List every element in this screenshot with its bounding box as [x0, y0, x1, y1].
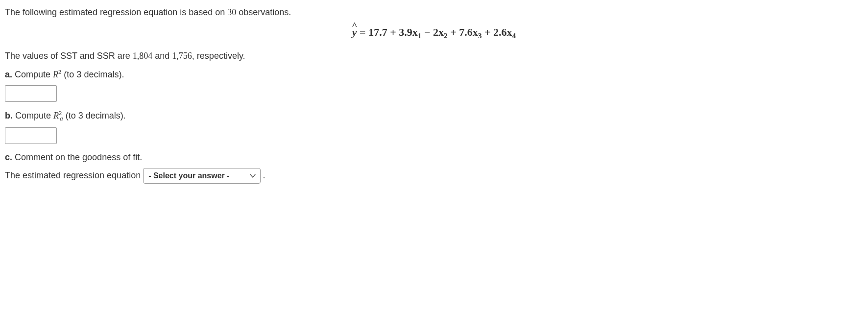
sst-part3: , respectively. — [192, 51, 245, 61]
answer-prefix: The estimated regression equation — [5, 170, 143, 180]
chevron-down-icon — [249, 172, 256, 179]
equation-lhs: y — [352, 26, 357, 38]
qc-text: Comment on the goodness of fit. — [12, 152, 142, 162]
sst-part1: The values of SST and SSR are — [5, 51, 133, 61]
intro-text: The following estimated regression equat… — [5, 6, 863, 19]
intro-part1: The following estimated regression equat… — [5, 7, 227, 17]
eq-rhs4: + 2.6x — [482, 26, 512, 38]
eq-rhs1: = 17.7 + 3.9x — [357, 26, 418, 38]
qb-R: R — [53, 111, 59, 120]
answer-a-input[interactable] — [5, 85, 57, 102]
question-a: a. Compute R2 (to 3 decimals). — [5, 68, 863, 81]
qa-text: Compute — [12, 70, 53, 79]
observations-count: 30 — [227, 7, 236, 17]
qa-after: (to 3 decimals). — [61, 70, 124, 79]
ssr-value: 1,756 — [172, 51, 192, 61]
intro-part2: observations. — [236, 7, 291, 17]
qb-text: Compute — [13, 111, 53, 120]
answer-b-input[interactable] — [5, 127, 57, 144]
eq-rhs3: + 7.6x — [448, 26, 478, 38]
question-b: b. Compute R2a (to 3 decimals). — [5, 109, 863, 123]
qb-label: b. — [5, 111, 13, 120]
goodness-of-fit-select[interactable]: - Select your answer - — [143, 168, 260, 184]
qa-label: a. — [5, 70, 12, 79]
answer-c-line: The estimated regression equation - Sele… — [5, 168, 863, 184]
qa-R: R — [53, 70, 58, 79]
answer-suffix: . — [263, 170, 265, 180]
question-c: c. Comment on the goodness of fit. — [5, 151, 863, 164]
eq-sub2: 2 — [444, 31, 448, 40]
eq-sub4: 4 — [512, 31, 516, 40]
qb-after: (to 3 decimals). — [63, 111, 126, 120]
qc-label: c. — [5, 152, 12, 162]
sst-value: 1,804 — [133, 51, 153, 61]
sst-ssr-text: The values of SST and SSR are 1,804 and … — [5, 49, 863, 63]
select-placeholder: - Select your answer - — [148, 170, 229, 182]
regression-equation: y = 17.7 + 3.9x1 − 2x2 + 7.6x3 + 2.6x4 — [5, 24, 863, 42]
eq-rhs2: − 2x — [421, 26, 444, 38]
sst-part2: and — [152, 51, 172, 61]
